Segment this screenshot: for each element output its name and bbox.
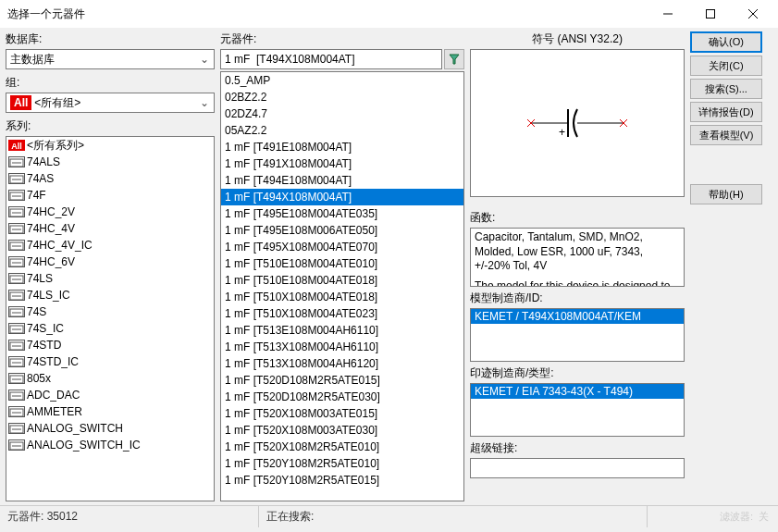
series-item-label: 74HC_4V_IC <box>27 239 93 252</box>
series-item-label: <所有系列> <box>27 138 84 154</box>
component-item[interactable]: 02BZ2.2 <box>221 89 463 105</box>
status-count: 元器件: 35012 <box>0 506 259 527</box>
series-item[interactable]: 74HC_6V <box>6 254 214 270</box>
component-item[interactable]: 1 mF [T495E108M006ATE050] <box>221 222 463 239</box>
component-item[interactable]: 1 mF [T520X108M003ATE030] <box>221 422 463 439</box>
series-item-label: 74HC_6V <box>27 255 75 268</box>
series-item-label: 74HC_2V <box>27 205 75 218</box>
filter-button[interactable] <box>444 49 464 69</box>
component-item[interactable]: 1 mF [T520Y108M2R5ATE015] <box>221 472 463 489</box>
component-item[interactable]: 05AZ2.2 <box>221 122 463 139</box>
series-icon <box>8 339 25 352</box>
hyperlink-input[interactable] <box>470 458 685 478</box>
series-item[interactable]: 74F <box>6 187 214 204</box>
series-item[interactable]: 74S <box>6 303 214 320</box>
component-item[interactable]: 1 mF [T513X108M004AH6110] <box>221 339 463 355</box>
model-mfr-listbox[interactable]: KEMET / T494X108M004AT/KEM <box>470 308 685 362</box>
footprint-mfr-value[interactable]: KEMET / EIA 7343-43(X - T494) <box>471 384 684 399</box>
ok-button[interactable]: 确认(O) <box>690 31 762 53</box>
series-item[interactable]: 74LS_IC <box>6 287 214 303</box>
component-item[interactable]: 1 mF [T494X108M004AT] <box>221 189 463 205</box>
series-item[interactable]: 74ALS <box>6 154 214 170</box>
series-icon <box>8 305 25 318</box>
model-mfr-value[interactable]: KEMET / T494X108M004AT/KEM <box>471 309 684 324</box>
maximize-button[interactable] <box>689 0 732 28</box>
series-item-label: 74HC_4V <box>27 222 75 235</box>
component-listbox[interactable]: 0.5_AMP02BZ2.202DZ4.705AZ2.21 mF [T491E1… <box>220 71 464 501</box>
series-item-label: 74AS <box>27 172 54 185</box>
series-item[interactable]: 74HC_4V_IC <box>6 237 214 254</box>
series-item[interactable]: AMMETER <box>6 403 214 420</box>
component-item[interactable]: 1 mF [T520D108M2R5ATE015] <box>221 372 463 389</box>
footprint-mfr-listbox[interactable]: KEMET / EIA 7343-43(X - T494) <box>470 383 685 437</box>
search-button[interactable]: 搜索(S)... <box>690 79 762 99</box>
component-item[interactable]: 1 mF [T491E108M004AT] <box>221 139 463 155</box>
series-item-label: 74STD <box>27 339 61 352</box>
series-item-label: ADC_DAC <box>27 389 80 402</box>
series-item[interactable]: 74S_IC <box>6 320 214 337</box>
svg-rect-1 <box>707 10 715 19</box>
database-dropdown[interactable]: 主数据库 ⌄ <box>6 49 215 69</box>
status-filter-state: 关 <box>759 510 769 524</box>
component-item[interactable]: 1 mF [T495E108M004ATE035] <box>221 205 463 222</box>
close-button[interactable]: 关闭(C) <box>690 56 762 76</box>
component-item[interactable]: 02DZ4.7 <box>221 105 463 122</box>
function-label: 函数: <box>470 210 685 226</box>
series-icon <box>8 189 25 202</box>
component-item[interactable]: 1 mF [T520X108M003ATE015] <box>221 405 463 422</box>
component-item[interactable]: 1 mF [T494E108M004AT] <box>221 172 463 189</box>
series-icon <box>8 222 25 235</box>
component-item[interactable]: 1 mF [T513X108M004AH6120] <box>221 355 463 372</box>
series-icon <box>8 355 25 368</box>
component-item[interactable]: 1 mF [T510E108M004ATE010] <box>221 255 463 272</box>
series-item[interactable]: 805x <box>6 370 214 387</box>
component-item[interactable]: 1 mF [T510E108M004ATE018] <box>221 272 463 289</box>
series-icon <box>8 155 25 168</box>
component-item[interactable]: 1 mF [T520Y108M2R5ATE010] <box>221 455 463 472</box>
series-icon <box>8 205 25 218</box>
series-item[interactable]: 74LS <box>6 270 214 287</box>
component-item[interactable]: 1 mF [T513E108M004AH6110] <box>221 322 463 339</box>
help-button[interactable]: 帮助(H) <box>690 184 762 204</box>
series-item[interactable]: ANALOG_SWITCH <box>6 420 214 437</box>
series-item-label: 74STD_IC <box>27 355 79 368</box>
series-item[interactable]: ANALOG_SWITCH_IC <box>6 437 214 453</box>
series-item[interactable]: All<所有系列> <box>6 137 214 154</box>
group-dropdown[interactable]: All <所有组> ⌄ <box>6 93 215 113</box>
symbol-header: 符号 (ANSI Y32.2) <box>470 31 685 47</box>
minimize-button[interactable] <box>647 0 689 28</box>
component-item[interactable]: 1 mF [T495X108M004ATE070] <box>221 239 463 255</box>
series-icon <box>8 389 25 402</box>
series-item-label: 74LS <box>27 272 53 285</box>
series-item[interactable]: 74HC_4V <box>6 220 214 237</box>
component-item[interactable]: 1 mF [T491X108M004AT] <box>221 155 463 172</box>
status-filter-label: 滤波器: <box>720 510 753 524</box>
component-item[interactable]: 0.5_AMP <box>221 72 463 89</box>
series-item[interactable]: 74HC_2V <box>6 204 214 220</box>
series-icon <box>8 405 25 418</box>
close-window-button[interactable] <box>732 0 774 28</box>
series-item[interactable]: 74STD_IC <box>6 353 214 370</box>
component-item[interactable]: 1 mF [T520D108M2R5ATE030] <box>221 389 463 405</box>
hyperlink-label: 超级链接: <box>470 440 685 456</box>
series-item[interactable]: 74AS <box>6 170 214 187</box>
series-icon <box>8 255 25 268</box>
series-icon <box>8 289 25 302</box>
component-item[interactable]: 1 mF [T510X108M004ATE023] <box>221 305 463 322</box>
svg-text:+: + <box>559 126 565 139</box>
component-item[interactable]: 1 mF [T510X108M004ATE018] <box>221 289 463 305</box>
view-model-button[interactable]: 查看模型(V) <box>690 125 762 145</box>
component-search-input[interactable] <box>220 49 442 69</box>
database-label: 数据库: <box>6 31 215 47</box>
series-listbox[interactable]: All<所有系列>74ALS74AS74F74HC_2V74HC_4V74HC_… <box>6 136 215 501</box>
series-item[interactable]: ADC_DAC <box>6 387 214 403</box>
all-badge: All <box>10 95 31 110</box>
component-item[interactable]: 1 mF [T520X108M2R5ATE010] <box>221 439 463 455</box>
series-item-label: 74ALS <box>27 155 60 168</box>
series-item[interactable]: 74STD <box>6 337 214 353</box>
series-item-label: 74S <box>27 305 46 318</box>
detail-report-button[interactable]: 详情报告(D) <box>690 102 762 122</box>
window-title: 选择一个元器件 <box>7 6 647 22</box>
series-item-label: 805x <box>27 372 51 385</box>
function-textarea[interactable]: Capacitor, Tantalum, SMD, MnO2, Molded, … <box>470 228 685 287</box>
